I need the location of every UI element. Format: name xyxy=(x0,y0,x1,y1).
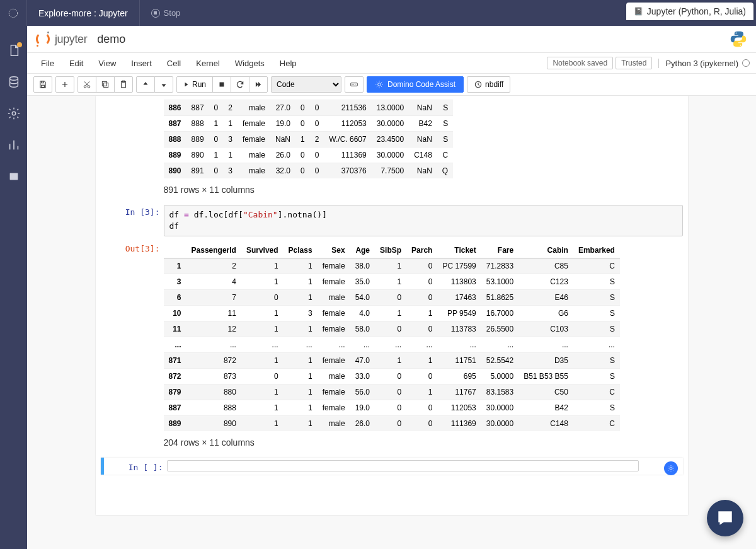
stop-icon xyxy=(151,9,160,18)
stop-label: Stop xyxy=(164,8,181,18)
svg-point-0 xyxy=(9,9,17,17)
workspace-tab[interactable]: Explore-more : Jupyter xyxy=(27,0,140,26)
app-chip-label: Jupyter (Python, R, Julia) xyxy=(647,6,746,16)
stop-button[interactable]: Stop xyxy=(140,8,192,18)
domino-logo-icon[interactable] xyxy=(0,0,27,26)
jupyter-tiny-icon: 📓 xyxy=(634,7,643,16)
topbar: Explore-more : Jupyter Stop 📓 Jupyter (P… xyxy=(0,0,756,26)
app-chip[interactable]: 📓 Jupyter (Python, R, Julia) xyxy=(626,3,753,20)
workspace-title: Explore-more : Jupyter xyxy=(38,8,128,18)
